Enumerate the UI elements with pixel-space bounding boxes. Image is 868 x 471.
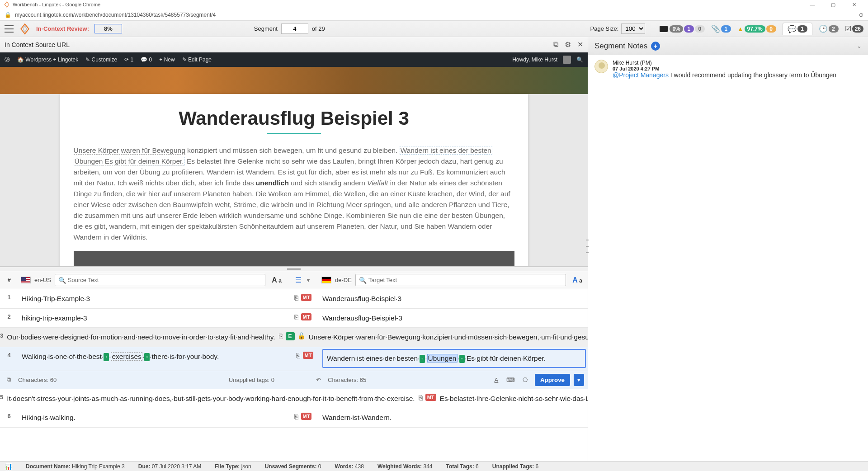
approved-pill[interactable]: ☑ 26 (845, 24, 863, 33)
menu-button[interactable] (5, 25, 14, 33)
notes-pill[interactable]: 💬 1 (783, 23, 812, 35)
segment-row[interactable]: 2 hiking-trip-example-3 ⎘MT Wanderausflu… (0, 309, 588, 328)
wp-comments[interactable]: 💬 0 (141, 57, 152, 63)
camera-icon (660, 26, 668, 32)
segment-row[interactable]: 5 It·doesn't·stress·your·joints·as·much·… (0, 389, 588, 409)
tag-close-icon[interactable]: ◦ (459, 355, 465, 363)
wp-site-name[interactable]: 🏠 Wordpress + Lingotek (17, 57, 78, 63)
tags-icon[interactable]: ⎔ (520, 375, 530, 385)
undo-icon[interactable]: ↶ (313, 375, 323, 385)
source-search-input[interactable] (55, 274, 265, 286)
column-number-header[interactable]: # (0, 277, 18, 283)
tm-leverage-pill[interactable]: 0% 1 0 (660, 25, 704, 33)
wp-new[interactable]: + New (159, 57, 175, 63)
lingotek-logo-icon[interactable] (19, 23, 31, 35)
target-cell[interactable]: Es·belastet·Ihre·Gelenke·nicht·so·sehr·w… (436, 389, 588, 408)
page-size-select[interactable]: 100 (621, 24, 645, 34)
hero-image (0, 67, 588, 94)
attachments-pill[interactable]: 📎 1 (711, 24, 731, 33)
chat-icon: 💬 (788, 25, 797, 33)
source-cell: hiking-trip-example-3 (18, 309, 287, 328)
open-external-icon[interactable]: ⧉ (553, 40, 558, 49)
wp-customize[interactable]: ✎ Customize (85, 57, 117, 63)
status-bar: 📊 Document Name: Hiking Trip Example 3 D… (0, 461, 868, 471)
window-titlebar: Workbench - Lingotek - Google Chrome — ▢… (0, 0, 868, 9)
target-case-toggle[interactable]: A a (572, 276, 582, 284)
clock-icon: 🕑 (819, 24, 828, 33)
source-cell: Walking·is·one·of·the·best·◦·exercises·◦… (18, 347, 289, 370)
wp-edit-page[interactable]: ✎ Edit Page (182, 57, 212, 63)
lock-icon: 🔓 (297, 332, 305, 339)
mt-badge: MT (303, 352, 314, 359)
close-button[interactable]: ✕ (844, 0, 864, 9)
tm-icon[interactable]: ⎘ (294, 413, 298, 420)
history-pill[interactable]: 🕑 2 (819, 24, 839, 33)
page-size-label: Page Size: (590, 25, 619, 32)
wp-updates[interactable]: ⟳ 1 (124, 57, 133, 63)
close-context-icon[interactable]: ✕ (577, 40, 583, 49)
check-icon: ☑ (845, 24, 851, 33)
collapse-icon[interactable]: ⌄ (857, 42, 862, 49)
paperclip-icon: 📎 (711, 24, 720, 33)
approve-button[interactable]: Approve (535, 374, 570, 386)
add-note-button[interactable]: + (651, 42, 660, 51)
in-context-preview[interactable]: ⓦ 🏠 Wordpress + Lingotek ✎ Customize ⟳ 1… (0, 52, 588, 267)
wp-howdy[interactable]: Howdy, Mike Hurst (512, 57, 557, 63)
wp-logo-icon[interactable]: ⓦ (5, 56, 10, 64)
mt-badge: MT (301, 413, 312, 420)
segment-row-locked[interactable]: 3 Our·bodies·were·designed·for·motion·an… (0, 328, 588, 347)
segment-number-input[interactable] (281, 24, 308, 34)
url-text[interactable]: myaccount.lingotek.com/workbench/documen… (15, 12, 859, 18)
mt-badge: MT (425, 394, 436, 401)
wp-avatar[interactable] (563, 56, 571, 64)
segment-row[interactable]: 6 Hiking·is·walking. ⎘MT Wandern·ist·Wan… (0, 408, 588, 428)
segment-row[interactable]: 1 Hiking·Trip·Example·3 ⎘MT Wanderausflu… (0, 289, 588, 309)
tm-icon[interactable]: ⎘ (294, 313, 298, 321)
tm-icon[interactable]: ⎘ (279, 332, 283, 340)
heading-underline (267, 133, 321, 134)
keyboard-icon[interactable]: ⌨ (506, 375, 516, 385)
segment-row-active[interactable]: 4 Walking·is·one·of·the·best·◦·exercises… (0, 347, 588, 389)
filter-dropdown-icon[interactable]: ▼ (306, 278, 311, 283)
tag-open-icon[interactable]: ◦ (420, 355, 425, 363)
wp-search-icon[interactable]: 🔍 (576, 57, 583, 63)
note-author: Mike Hurst (PM) (613, 60, 862, 66)
target-cell[interactable]: Wandern·ist·Wandern. (319, 408, 588, 427)
page-settings-icon[interactable]: ⊙ (859, 12, 863, 18)
flag-us-icon (21, 277, 31, 283)
target-cell[interactable]: Wanderausflug-Beispiel-3 (319, 309, 588, 328)
minimize-button[interactable]: — (802, 0, 823, 9)
window-title: Workbench - Lingotek - Google Chrome (13, 2, 100, 7)
vertical-splitter[interactable] (586, 240, 589, 253)
stats-icon[interactable]: 📊 (5, 463, 12, 470)
qa-pill[interactable]: ▲ 97.7% 0 (737, 25, 776, 33)
source-case-toggle[interactable]: A a (272, 276, 282, 284)
tm-icon[interactable]: ⎘ (419, 394, 423, 401)
filter-icon[interactable]: ☰ (295, 276, 302, 284)
note-item[interactable]: Mike Hurst (PM) 07 Jul 2020 4:27 PM @Pro… (588, 55, 868, 83)
notes-panel-header: Segment Notes + ⌄ (588, 37, 868, 55)
context-title: In Context Source URL (5, 41, 70, 48)
target-cell[interactable]: Wanderausflug·Beispiel·3 (319, 289, 588, 308)
target-editor[interactable]: Wandern·ist·eines·der·besten·◦·Übungen·◦… (322, 349, 586, 368)
segments-grid[interactable]: 1 Hiking·Trip·Example·3 ⎘MT Wanderausflu… (0, 289, 588, 461)
mt-badge: MT (301, 294, 312, 301)
review-percent[interactable]: 8% (94, 24, 122, 33)
gear-icon[interactable]: ⚙ (565, 40, 571, 49)
search-icon: 🔍 (359, 277, 367, 284)
target-search-input[interactable] (355, 274, 566, 286)
tm-icon[interactable]: ⎘ (296, 352, 300, 359)
tag-close-icon[interactable]: ◦ (144, 353, 150, 361)
format-icon[interactable]: A (491, 375, 501, 385)
edited-badge: E (286, 332, 295, 340)
target-cell[interactable]: Unsere·Körper·waren·für·Bewegung·konzipi… (305, 328, 588, 347)
source-cell: Hiking·is·walking. (18, 408, 287, 427)
approve-dropdown[interactable]: ▾ (574, 374, 584, 386)
source-cell: Hiking·Trip·Example·3 (18, 289, 287, 308)
review-phase-label: In-Context Review: (36, 25, 89, 32)
horizontal-splitter[interactable] (0, 267, 588, 271)
maximize-button[interactable]: ▢ (823, 0, 844, 9)
copy-source-icon[interactable]: ⧉ (4, 375, 14, 385)
tm-icon[interactable]: ⎘ (294, 294, 298, 301)
tag-open-icon[interactable]: ◦ (104, 353, 109, 361)
